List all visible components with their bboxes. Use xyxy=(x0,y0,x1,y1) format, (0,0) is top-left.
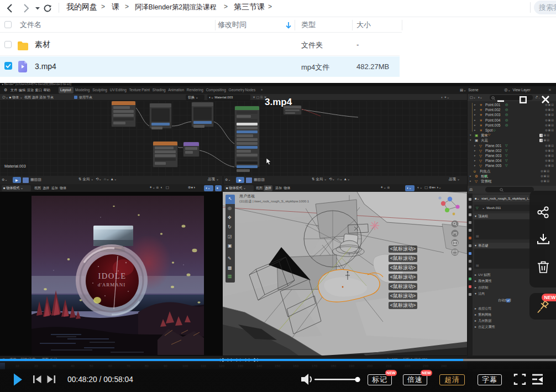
svg-text:IDOLE: IDOLE xyxy=(98,271,127,280)
svg-text:d'ARMANI: d'ARMANI xyxy=(98,282,126,288)
